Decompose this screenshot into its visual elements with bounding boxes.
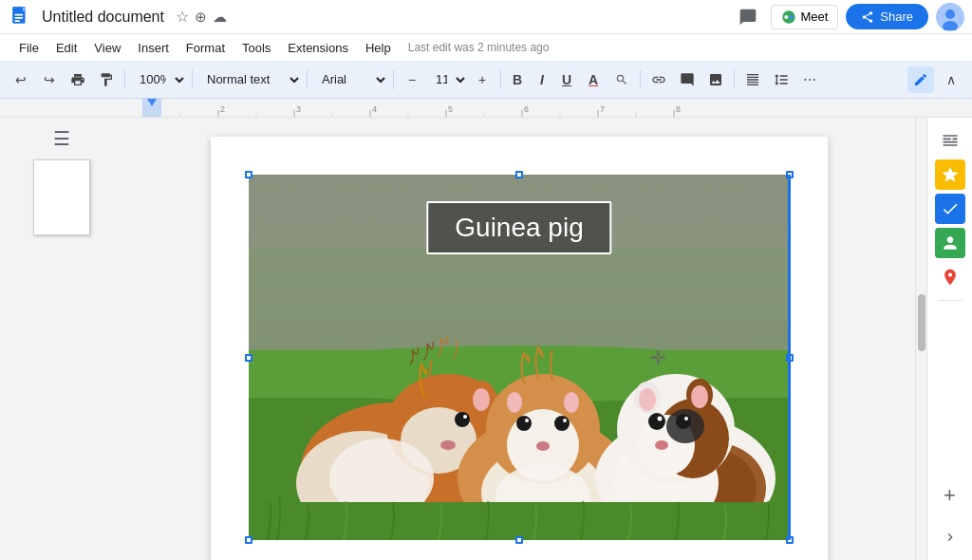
image-container[interactable]: Guinea pig ✛ <box>249 175 790 540</box>
title-right-actions: Meet Share <box>733 2 964 32</box>
chat-icon[interactable] <box>733 2 763 32</box>
scrollbar-thumb[interactable] <box>918 294 925 351</box>
svg-point-80 <box>676 414 691 429</box>
svg-point-47 <box>440 440 456 450</box>
menu-tools[interactable]: Tools <box>234 38 278 58</box>
align-button[interactable] <box>739 66 766 93</box>
menu-file[interactable]: File <box>11 38 47 58</box>
toolbar: ↩ ↪ 100%75%125% Normal textHeading 1Head… <box>0 61 972 99</box>
menu-help[interactable]: Help <box>358 38 399 58</box>
menu-bar: File Edit View Insert Format Tools Exten… <box>0 34 972 61</box>
right-panel-map-icon[interactable] <box>935 262 965 292</box>
vertical-scrollbar[interactable] <box>915 118 926 560</box>
app-icon[interactable] <box>8 4 34 30</box>
highlight-button[interactable] <box>608 66 635 93</box>
font-size-decrease[interactable]: − <box>399 66 425 93</box>
image-text-overlay[interactable]: Guinea pig <box>426 201 611 254</box>
comment-button[interactable] <box>674 66 701 93</box>
toolbar-right: ∧ <box>907 66 964 93</box>
menu-edit[interactable]: Edit <box>48 38 84 58</box>
right-panel-add-icon[interactable]: + <box>935 480 965 511</box>
text-style-selector[interactable]: Normal textHeading 1Heading 2 <box>197 66 302 93</box>
cloud-icon[interactable]: ☁ <box>213 9 227 26</box>
svg-point-76 <box>639 388 656 411</box>
menu-insert[interactable]: Insert <box>130 38 177 58</box>
svg-text:6: 6 <box>524 104 529 114</box>
svg-point-59 <box>536 441 550 451</box>
star-icon[interactable]: ☆ <box>176 8 189 26</box>
resize-handle-tl[interactable] <box>245 171 252 178</box>
history-icon[interactable]: ⊕ <box>195 9 207 26</box>
svg-text:4: 4 <box>372 104 377 114</box>
menu-view[interactable]: View <box>86 38 128 58</box>
svg-point-61 <box>507 392 522 413</box>
line-spacing-button[interactable] <box>768 66 794 93</box>
page-thumbnail[interactable] <box>33 159 90 235</box>
resize-handle-bl[interactable] <box>245 536 252 544</box>
right-panel-divider <box>939 300 962 301</box>
svg-point-78 <box>691 385 708 408</box>
text-color-button[interactable]: A <box>580 66 607 93</box>
link-button[interactable] <box>645 66 672 93</box>
svg-point-57 <box>554 416 570 431</box>
svg-point-5 <box>783 10 795 23</box>
svg-point-74 <box>655 440 668 450</box>
image-selection-border <box>788 175 791 540</box>
main-area: ☰ <box>0 118 972 560</box>
share-button[interactable]: Share <box>846 4 928 29</box>
svg-point-9 <box>945 9 955 19</box>
guinea-pig-label: Guinea pig <box>455 213 583 242</box>
zoom-selector[interactable]: 100%75%125% <box>130 66 187 93</box>
right-panel-notes-icon[interactable] <box>935 125 965 156</box>
resize-handle-tm[interactable] <box>515 171 523 178</box>
right-panel-star-icon[interactable] <box>935 159 965 190</box>
paint-format-button[interactable] <box>93 66 120 93</box>
document-page: Guinea pig ✛ <box>211 137 828 560</box>
svg-text:3: 3 <box>296 104 301 114</box>
svg-rect-7 <box>790 15 794 19</box>
italic-button[interactable]: I <box>531 66 553 93</box>
svg-point-81 <box>684 417 688 420</box>
font-size-increase[interactable]: + <box>469 66 495 93</box>
svg-rect-2 <box>15 13 24 15</box>
right-panel-person-icon[interactable] <box>935 228 965 258</box>
outline-icon[interactable]: ☰ <box>53 127 70 150</box>
svg-rect-4 <box>15 20 20 22</box>
svg-point-72 <box>648 413 665 430</box>
font-size-controls: − 11101214 + <box>399 66 495 93</box>
svg-rect-82 <box>249 502 790 540</box>
document-area[interactable]: Guinea pig ✛ <box>123 118 915 560</box>
toolbar-divider-2 <box>192 70 193 89</box>
resize-handle-ml[interactable] <box>245 354 252 362</box>
ruler-svg: 1 2 3 4 5 6 7 8 <box>142 99 807 118</box>
ruler: 1 2 3 4 5 6 7 8 <box>0 99 972 118</box>
edit-mode-button[interactable] <box>907 66 934 93</box>
svg-text:2: 2 <box>220 104 225 114</box>
more-options-button[interactable]: ⋯ <box>796 66 823 93</box>
undo-button[interactable]: ↩ <box>8 66 34 93</box>
guinea-pig-image[interactable]: Guinea pig ✛ <box>249 175 790 540</box>
svg-point-73 <box>658 417 663 421</box>
user-avatar[interactable] <box>936 3 964 31</box>
move-cursor-icon: ✛ <box>650 346 666 369</box>
menu-format[interactable]: Format <box>178 38 233 58</box>
resize-handle-bm[interactable] <box>515 536 523 544</box>
font-selector[interactable]: ArialTimes New RomanGeorgia <box>312 66 388 93</box>
document-title[interactable]: Untitled document <box>42 9 164 26</box>
print-button[interactable] <box>65 66 91 93</box>
font-size-selector[interactable]: 11101214 <box>426 66 468 93</box>
svg-text:7: 7 <box>600 104 605 114</box>
bold-button[interactable]: B <box>506 66 529 93</box>
toolbar-divider-5 <box>500 70 501 89</box>
right-panel-expand-icon[interactable] <box>935 522 965 552</box>
image-button[interactable] <box>702 66 729 93</box>
right-panel-check-icon[interactable] <box>935 194 965 224</box>
last-edit-status: Last edit was 2 minutes ago <box>408 41 550 54</box>
menu-extensions[interactable]: Extensions <box>280 38 356 58</box>
collapse-toolbar-button[interactable]: ∧ <box>938 66 964 93</box>
svg-point-63 <box>564 392 579 413</box>
redo-button[interactable]: ↪ <box>36 66 63 93</box>
meet-button[interactable]: Meet <box>771 5 838 29</box>
toolbar-divider-6 <box>640 70 641 89</box>
underline-button[interactable]: U <box>555 66 578 93</box>
